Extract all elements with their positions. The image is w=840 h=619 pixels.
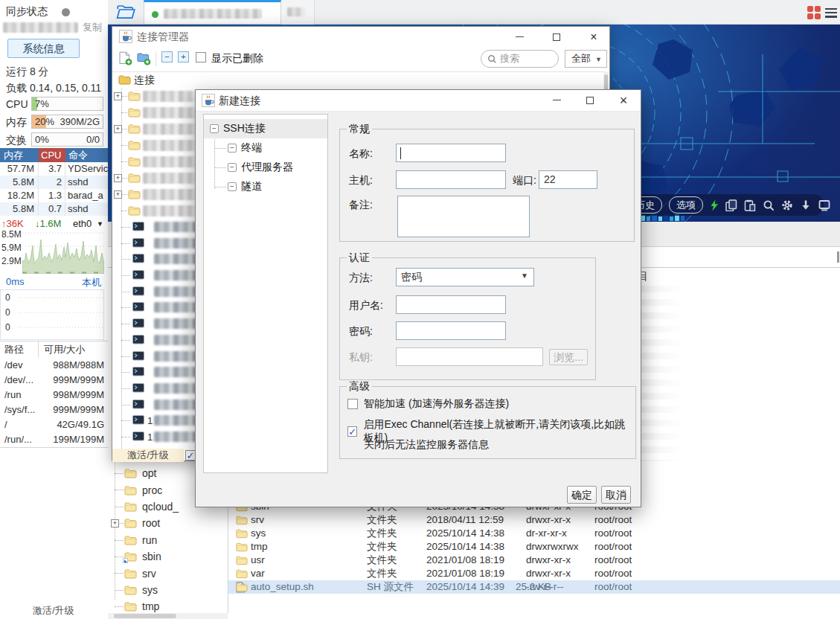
process-row[interactable]: 57.7M3.7YDServic xyxy=(0,162,108,176)
new-connection-icon[interactable] xyxy=(118,51,132,65)
expander-icon[interactable]: + xyxy=(111,519,119,527)
col-cpu[interactable]: CPU xyxy=(39,148,65,162)
activate-upgrade-link[interactable]: 激活/升级 xyxy=(33,604,74,618)
password-field[interactable] xyxy=(396,321,506,340)
tree-horizontal-scrollbar[interactable] xyxy=(108,613,228,619)
activate-upgrade-strip[interactable]: 激活/升级 xyxy=(112,449,184,462)
iface-dropdown-icon[interactable]: ▼ xyxy=(97,220,103,228)
close-button[interactable]: × xyxy=(611,90,636,110)
lightning-icon[interactable] xyxy=(710,199,719,211)
tree-item[interactable]: − 终端 xyxy=(204,138,327,158)
tree-item[interactable]: − 隧道 xyxy=(204,177,327,196)
new-folder-icon[interactable] xyxy=(137,51,151,65)
disk-row[interactable]: /dev988M/988M xyxy=(0,358,108,373)
cancel-button[interactable]: 取消 xyxy=(601,486,631,504)
expander-icon[interactable]: + xyxy=(114,190,122,199)
file-row[interactable]: var 文件夹 2021/01/08 18:19 drwxr-xr-x root… xyxy=(228,567,840,580)
dialog-titlebar[interactable]: 新建连接 × xyxy=(196,90,641,112)
options-button[interactable]: 选项 xyxy=(669,196,703,214)
host-label: 主机: xyxy=(349,174,373,187)
name-field[interactable] xyxy=(396,144,506,162)
directory-tree-item[interactable]: + root xyxy=(108,515,228,531)
method-select[interactable]: 密码 ▼ xyxy=(396,268,534,286)
collapse-icon[interactable]: − xyxy=(228,163,237,172)
collapse-icon[interactable]: − xyxy=(228,182,237,191)
username-field[interactable] xyxy=(396,295,506,314)
process-table-header[interactable]: 内存 CPU 命令 xyxy=(0,148,108,162)
apps-grid-icon[interactable] xyxy=(807,6,821,19)
file-row[interactable]: usr 文件夹 2021/01/08 18:19 drwxr-xr-x root… xyxy=(228,554,840,567)
directory-tree-item[interactable]: run xyxy=(108,532,228,548)
expander-icon[interactable]: + xyxy=(114,174,122,182)
directory-tree-item[interactable]: srv xyxy=(108,565,228,581)
system-info-button[interactable]: 系统信息 xyxy=(7,39,80,58)
file-row[interactable]: srv 文件夹 2018/04/11 12:59 drwxr-xr-x root… xyxy=(228,513,840,527)
directory-tree-item[interactable]: tmp xyxy=(108,598,228,613)
col-path[interactable]: 路径 xyxy=(0,341,39,358)
disk-table-header[interactable]: 路径 可用/大小 xyxy=(0,341,108,358)
gear-icon[interactable] xyxy=(781,199,793,211)
open-folder-icon[interactable] xyxy=(116,4,135,20)
paste-icon[interactable] xyxy=(744,199,756,211)
col-capacity[interactable]: 可用/大小 xyxy=(39,341,108,358)
folder-icon xyxy=(128,189,141,199)
col-memory[interactable]: 内存 xyxy=(0,148,39,162)
minimize-button[interactable] xyxy=(507,27,532,47)
file-row[interactable]: tmp 文件夹 2025/10/14 14:38 drwxrwxrwx root… xyxy=(228,540,840,554)
path-bar-scroll-nub[interactable] xyxy=(837,251,839,263)
note-field[interactable] xyxy=(397,196,530,237)
window-title: 连接管理器 xyxy=(137,31,189,44)
copy-icon[interactable] xyxy=(725,199,737,211)
collapse-icon[interactable]: − xyxy=(228,144,237,153)
active-session-tab[interactable] xyxy=(144,0,281,25)
disk-row[interactable]: /42G/49.1G xyxy=(0,417,108,432)
expander-icon[interactable]: + xyxy=(114,92,122,100)
ok-button[interactable]: 确定 xyxy=(567,486,597,504)
tree-item-ssh[interactable]: − SSH连接 xyxy=(204,119,327,138)
directory-tree-item[interactable]: sys xyxy=(108,582,228,598)
minimize-button[interactable] xyxy=(544,90,569,110)
disk-row[interactable]: /dev/...999M/999M xyxy=(0,373,108,388)
directory-tree-item[interactable]: sbin xyxy=(108,548,228,565)
download-icon[interactable] xyxy=(800,199,812,211)
ping-host[interactable]: 本机 xyxy=(82,276,101,289)
monitor-icon[interactable] xyxy=(818,199,830,211)
file-row[interactable]: auto_setup.sh 25.2 KB SH 源文件 2025/10/14 … xyxy=(228,580,840,594)
collapse-icon[interactable]: − xyxy=(210,124,219,133)
disk-row[interactable]: /run998M/999M xyxy=(0,388,108,402)
net-interface[interactable]: eth0 xyxy=(73,218,92,229)
process-row[interactable]: 5.8M2sshd xyxy=(0,176,108,189)
show-deleted-checkbox[interactable] xyxy=(196,52,206,62)
maximize-button[interactable] xyxy=(577,90,603,110)
collapse-all-icon[interactable]: − xyxy=(161,51,173,62)
search-input[interactable]: 搜索 xyxy=(481,50,559,68)
filter-dropdown[interactable]: 全部 ▼ xyxy=(565,50,607,68)
smart-accel-checkbox[interactable] xyxy=(347,399,358,409)
tree-root-label[interactable]: 连接 xyxy=(134,74,155,87)
disk-row[interactable]: /run/...199M/199M xyxy=(0,432,108,447)
disk-row[interactable]: /sys/f...999M/999M xyxy=(0,402,108,417)
symlink-badge-icon xyxy=(123,558,128,563)
port-field[interactable]: 22 xyxy=(539,170,597,189)
copy-link[interactable]: 复制 xyxy=(83,21,102,34)
connection-manager-titlebar[interactable]: 连接管理器 × xyxy=(112,27,609,47)
expander-icon[interactable]: + xyxy=(114,125,122,133)
close-button[interactable]: × xyxy=(581,27,606,47)
exec-channel-checkbox[interactable]: ✓ xyxy=(347,426,357,437)
next-session-tab-partial[interactable] xyxy=(281,0,315,25)
cpu-label: CPU xyxy=(6,98,28,110)
expand-all-icon[interactable]: + xyxy=(178,51,189,62)
dialog-settings-tree[interactable]: − SSH连接 − 终端 − 代理服务器 − xyxy=(203,114,328,473)
file-row[interactable]: sys 文件夹 2025/10/14 14:38 dr-xr-xr-x root… xyxy=(228,527,840,540)
maximize-button[interactable] xyxy=(544,27,569,47)
menu-icon[interactable] xyxy=(825,6,837,19)
process-row[interactable]: 5.8M0.7sshd xyxy=(0,202,108,216)
bottom-option-checkbox[interactable]: ✓ xyxy=(185,450,196,461)
col-command[interactable]: 命令 xyxy=(65,148,108,162)
process-rows: 57.7M3.7YDServic 5.8M2sshd 18.2M1.3barad… xyxy=(0,162,108,216)
host-field[interactable] xyxy=(396,170,506,189)
tree-item[interactable]: − 代理服务器 xyxy=(204,158,327,177)
terminal-icon xyxy=(132,254,144,263)
process-row[interactable]: 18.2M1.3barad_a xyxy=(0,189,108,202)
search-icon[interactable] xyxy=(763,199,775,211)
